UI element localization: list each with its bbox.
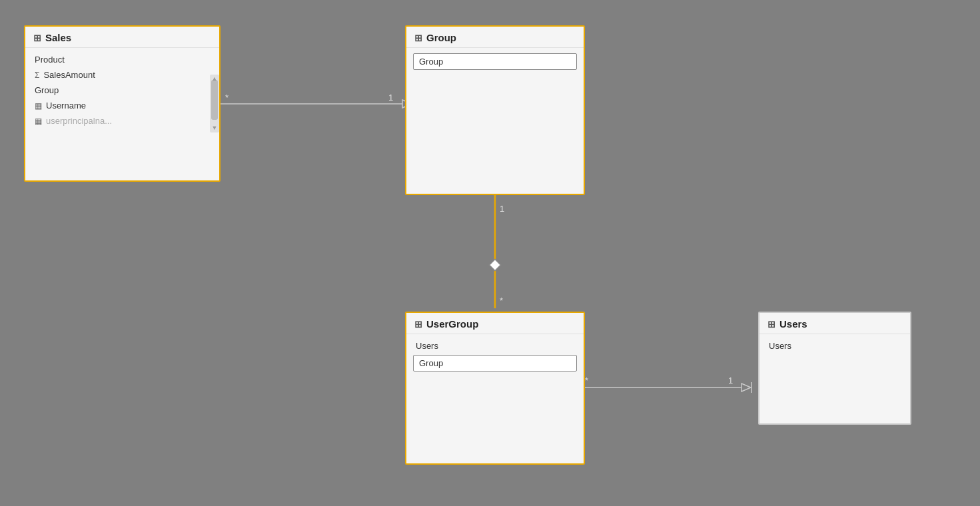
usergroup-users-one-label: 1 xyxy=(728,376,733,385)
sales-field-userprincipal[interactable]: ▦ userprincipalna... xyxy=(25,113,209,128)
sales-group-one-label: 1 xyxy=(388,93,393,103)
group-table-header: ⊞ Group xyxy=(406,27,584,48)
sales-salesamount-label: SalesAmount xyxy=(43,70,95,80)
sales-field-product[interactable]: Product xyxy=(25,52,209,67)
users-table-card[interactable]: ⊞ Users Users xyxy=(758,312,911,425)
diagram-canvas: * 1 1 * * 1 ⊞ Sales xyxy=(5,5,975,501)
sales-scrollbar-thumb xyxy=(211,80,218,120)
usergroup-table-title: UserGroup xyxy=(426,318,478,330)
sales-table-body: Product Σ SalesAmount Group ▦ Username ▦… xyxy=(25,48,219,132)
grid-icon-username: ▦ xyxy=(35,101,42,111)
users-field-users[interactable]: Users xyxy=(759,338,910,354)
sales-group-many-label: * xyxy=(225,93,229,103)
usergroup-table-card[interactable]: ⊞ UserGroup Users Group xyxy=(405,312,585,465)
usergroup-field-group[interactable]: Group xyxy=(413,355,577,372)
sales-table-header: ⊞ Sales xyxy=(25,27,219,48)
users-table-body: Users xyxy=(759,334,910,358)
usergroup-users-label: Users xyxy=(416,341,438,351)
usergroup-users-many-label: * xyxy=(585,376,588,385)
usergroup-table-body: Users Group xyxy=(406,334,584,377)
svg-rect-4 xyxy=(490,260,501,271)
users-users-label: Users xyxy=(769,341,791,351)
usergroup-table-header: ⊞ UserGroup xyxy=(406,313,584,334)
group-table-card[interactable]: ⊞ Group Group xyxy=(405,25,585,195)
sigma-icon: Σ xyxy=(35,71,39,80)
sales-group-label: Group xyxy=(35,85,59,95)
sales-table-card[interactable]: ⊞ Sales Product Σ SalesAmount Group ▦ Us… xyxy=(24,25,221,182)
usergroup-field-users[interactable]: Users xyxy=(406,338,584,354)
users-table-icon: ⊞ xyxy=(767,319,775,330)
group-table-icon: ⊞ xyxy=(414,33,422,43)
sales-field-username[interactable]: ▦ Username xyxy=(25,98,209,113)
svg-marker-6 xyxy=(741,383,751,391)
grid-icon-userprincipal: ▦ xyxy=(35,117,42,126)
users-table-header: ⊞ Users xyxy=(759,313,910,334)
sales-table-icon: ⊞ xyxy=(33,33,41,43)
sales-product-label: Product xyxy=(35,55,65,65)
sales-table-title: Sales xyxy=(45,32,71,43)
sales-field-group[interactable]: Group xyxy=(25,83,209,98)
sales-username-label: Username xyxy=(46,101,86,111)
usergroup-table-icon: ⊞ xyxy=(414,319,422,330)
users-table-title: Users xyxy=(779,318,807,330)
group-group-label: Group xyxy=(419,57,443,67)
group-usergroup-one-label: 1 xyxy=(500,204,504,214)
group-field-group[interactable]: Group xyxy=(413,53,577,70)
group-usergroup-many-label: * xyxy=(500,296,503,306)
group-table-title: Group xyxy=(426,32,456,43)
group-table-body: Group xyxy=(406,48,584,75)
sales-scrollbar[interactable]: ▲ ▼ xyxy=(210,75,219,132)
sales-field-salesamount[interactable]: Σ SalesAmount xyxy=(25,67,209,83)
sales-userprincipal-label: userprincipalna... xyxy=(46,116,112,126)
usergroup-group-label: Group xyxy=(419,358,443,368)
